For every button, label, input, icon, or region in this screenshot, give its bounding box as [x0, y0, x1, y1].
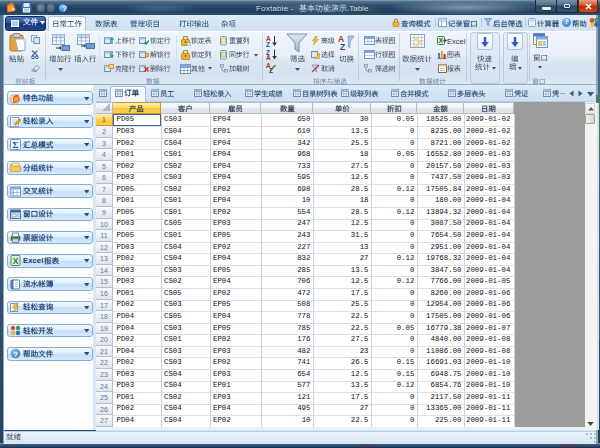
svg-text:Z: Z: [340, 42, 345, 52]
svg-text:Z: Z: [266, 41, 270, 48]
svg-text:A: A: [266, 54, 271, 61]
svg-text:X: X: [13, 256, 19, 266]
svg-text:Σ: Σ: [13, 140, 19, 150]
svg-text:X: X: [439, 37, 444, 44]
svg-text:?: ?: [13, 350, 18, 359]
